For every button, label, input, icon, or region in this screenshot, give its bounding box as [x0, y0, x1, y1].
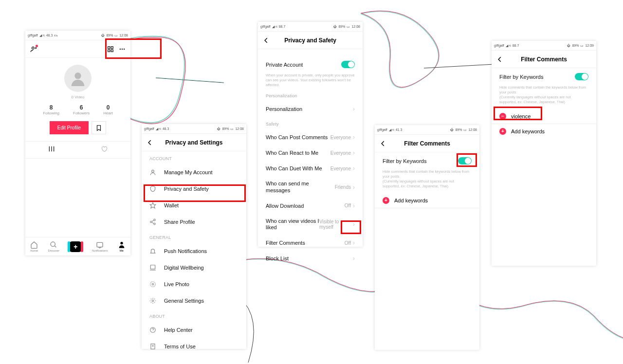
section-account: ACCOUNT — [142, 151, 246, 164]
row-filter-keywords[interactable]: Filter by Keywords — [375, 152, 479, 169]
toggle-filter-keywords[interactable] — [575, 73, 588, 80]
time-label: 12:08 — [119, 34, 128, 37]
profile-body: 0 Video 8Following 6Followers 0Heart Edi… — [25, 65, 130, 159]
back-icon[interactable] — [380, 140, 386, 147]
screen-filter-comments-1: giffgaff◢ ⎋41.3 ⏻89%▭12:08 Filter Commen… — [375, 125, 479, 350]
page-title: Privacy and Settings — [142, 139, 246, 146]
svg-rect-1 — [108, 46, 110, 48]
svg-rect-4 — [111, 50, 113, 52]
svg-point-8 — [74, 73, 81, 79]
status-bar: giffgaff◢ ⎋41.3 ⏻89%▭12:08 — [375, 125, 479, 135]
row-push[interactable]: Push Notifications — [142, 243, 246, 259]
back-icon[interactable] — [147, 139, 153, 146]
status-bar: giffgaff◢ ⎋48.3 ⏻89%▭12:08 — [142, 124, 246, 134]
back-icon[interactable] — [496, 56, 503, 63]
filter-topbar: Filter Comments — [492, 51, 596, 68]
row-manage-account[interactable]: Manage My Account — [142, 164, 246, 181]
svg-point-20 — [152, 283, 154, 285]
settings-list: ACCOUNT Manage My Account Privacy and Sa… — [142, 151, 246, 355]
filter-body: Filter by Keywords Hide comments that co… — [492, 68, 596, 139]
stat-heart[interactable]: 0Heart — [103, 104, 113, 115]
minus-icon: − — [499, 113, 506, 120]
profile-tabs — [25, 141, 130, 159]
nav-discover[interactable]: Discover — [48, 241, 59, 252]
svg-point-17 — [154, 219, 156, 221]
row-share-profile[interactable]: Share Profile — [142, 214, 246, 230]
page-title: Filter Comments — [375, 140, 479, 147]
nav-add[interactable]: + — [69, 241, 82, 252]
svg-point-0 — [32, 47, 35, 49]
stat-following[interactable]: 8Following — [43, 104, 59, 115]
tab-liked[interactable] — [78, 142, 130, 158]
svg-rect-3 — [108, 50, 110, 52]
stats-row: 8Following 6Followers 0Heart — [25, 104, 130, 115]
bottom-nav: Home Discover + Notifications Me — [25, 237, 130, 255]
svg-point-12 — [51, 242, 55, 246]
svg-point-22 — [152, 300, 154, 302]
row-terms[interactable]: Terms of Use — [142, 338, 246, 355]
privacy-list: Private Account When your account is pri… — [258, 49, 363, 266]
stat-followers[interactable]: 6Followers — [73, 104, 90, 115]
back-icon[interactable] — [263, 37, 270, 44]
row-wallet[interactable]: Wallet — [142, 197, 246, 214]
add-keywords-row[interactable]: +Add keywords — [492, 124, 596, 139]
svg-point-7 — [124, 48, 125, 49]
nav-home[interactable]: Home — [30, 241, 38, 252]
row-filter-comments[interactable]: Filter CommentsOff› — [258, 235, 363, 251]
row-blocklist[interactable]: Block List› — [258, 251, 363, 266]
row-privacy-safety[interactable]: Privacy and Safety — [142, 181, 246, 197]
battery-label: 89% — [106, 34, 113, 37]
row-personalization[interactable]: Personalization› — [258, 101, 363, 117]
svg-point-6 — [122, 48, 123, 49]
filter-subtext: Hide comments that contain the keywords … — [492, 85, 596, 109]
section-about: ABOUT — [142, 309, 246, 322]
bookmark-button[interactable] — [92, 121, 106, 134]
row-who-view-liked[interactable]: Who can view videos I likedVisible to my… — [258, 214, 363, 235]
filter-body: Filter by Keywords Hide comments that co… — [375, 152, 479, 208]
toggle-private[interactable] — [341, 61, 355, 68]
screen-privacy-safety: giffgaff◢ ⎋88.7 ⏻89%▭12:08 Privacy and S… — [258, 22, 363, 247]
row-filter-keywords[interactable]: Filter by Keywords — [492, 68, 596, 85]
edit-profile-button[interactable]: Edit Profile — [50, 121, 89, 134]
nav-notifications[interactable]: Notifications — [92, 241, 108, 252]
screen-filter-comments-2: giffgaff◢ ⎋88.7 ⏻89%▭12:09 Filter Commen… — [492, 41, 596, 266]
page-title: Privacy and Safety — [258, 37, 363, 44]
section-safety: Safety — [258, 117, 363, 129]
nav-me[interactable]: Me — [118, 241, 126, 252]
avatar[interactable] — [64, 65, 92, 92]
filter-topbar: Filter Comments — [375, 135, 479, 152]
screen-profile: giffgaff◢ ⎋48.3K/s ⏻89%▭12:08 0 Video 8F… — [25, 31, 130, 255]
row-who-message[interactable]: Who can send me messagesFriends› — [258, 176, 363, 198]
row-who-comment[interactable]: Who Can Post CommentsEveryone› — [258, 129, 363, 145]
row-general-settings[interactable]: General Settings — [142, 292, 246, 309]
row-private-account[interactable]: Private Account — [258, 56, 363, 73]
profile-topbar — [25, 40, 130, 58]
more-icon[interactable] — [119, 46, 126, 53]
svg-rect-2 — [111, 46, 113, 48]
add-friend-icon[interactable] — [30, 46, 37, 53]
svg-point-19 — [154, 223, 156, 225]
carrier-label: giffgaff — [28, 34, 38, 37]
row-who-duet[interactable]: Who Can Duet With MeEveryone› — [258, 161, 363, 176]
qr-icon[interactable] — [107, 46, 114, 53]
row-who-react[interactable]: Who Can React to MeEveryone› — [258, 145, 363, 161]
row-help[interactable]: Help Center — [142, 322, 246, 338]
screen-settings: giffgaff◢ ⎋48.3 ⏻89%▭12:08 Privacy and S… — [142, 124, 246, 349]
plus-icon: + — [499, 128, 506, 135]
row-allow-download[interactable]: Allow DownloadOff› — [258, 198, 363, 214]
toggle-filter-keywords[interactable] — [458, 157, 472, 164]
svg-point-14 — [120, 242, 123, 244]
svg-point-5 — [120, 48, 121, 49]
row-wellbeing[interactable]: Digital Wellbeing — [142, 259, 246, 276]
add-keywords-row[interactable]: +Add keywords — [375, 193, 479, 208]
page-title: Filter Comments — [492, 56, 596, 63]
keyword-violence[interactable]: −violence — [492, 109, 596, 124]
filter-subtext: Hide comments that contain the keywords … — [375, 169, 479, 193]
svg-point-18 — [150, 221, 152, 223]
row-livephoto[interactable]: Live Photo — [142, 276, 246, 292]
status-bar: giffgaff◢ ⎋48.3K/s ⏻89%▭12:08 — [25, 31, 130, 40]
svg-point-21 — [150, 282, 156, 287]
tab-grid[interactable] — [25, 142, 78, 158]
video-count: 0 Video — [25, 95, 130, 99]
section-general: GENERAL — [142, 230, 246, 243]
